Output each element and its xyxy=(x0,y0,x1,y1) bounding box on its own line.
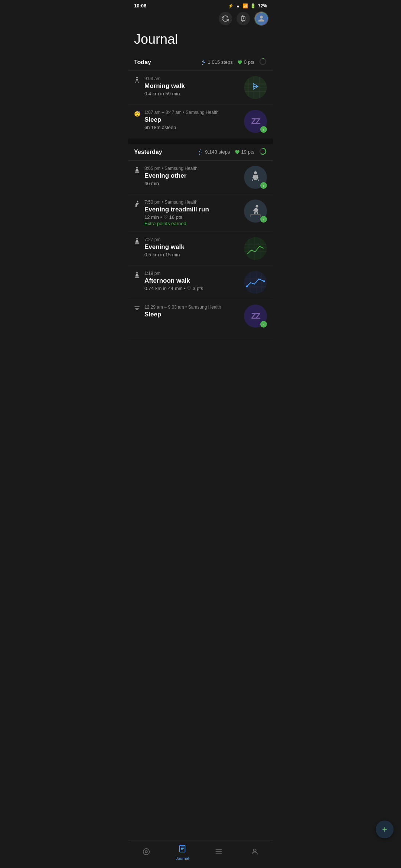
svg-point-46 xyxy=(136,272,138,273)
svg-point-25 xyxy=(254,171,257,174)
evening-walk-name: Evening walk xyxy=(144,243,239,251)
status-time: 10:06 xyxy=(134,3,146,9)
yesterday-steps: 9,143 steps xyxy=(198,149,230,155)
treadmill-samsung-badge: S xyxy=(260,216,267,223)
afternoon-walk-content: 1:19 pm Afternoon walk 0.74 km in 44 min… xyxy=(141,271,239,291)
morning-walk-detail: 0.4 km in 59 min xyxy=(144,91,239,96)
evening-walk-time: 7:27 pm xyxy=(144,237,239,242)
top-actions xyxy=(128,10,273,29)
svg-point-39 xyxy=(244,237,267,260)
yesterday-steps-value: 9,143 steps xyxy=(205,149,230,155)
sleep-today-source: • Samsung Health xyxy=(183,110,218,115)
morning-walk-content: 9:03 am Morning walk 0.4 km in 59 min xyxy=(141,76,239,96)
activity-morning-walk[interactable]: 9:03 am Morning walk 0.4 km in 59 min xyxy=(128,71,273,105)
afternoon-walk-detail: 0.74 km in 44 min • ♡ 3 pts xyxy=(144,286,239,291)
yesterday-circle-progress xyxy=(259,147,267,157)
evening-other-time: 8:05 pm • Samsung Health xyxy=(144,166,239,171)
svg-rect-9 xyxy=(244,83,267,85)
svg-line-29 xyxy=(135,205,136,207)
svg-rect-31 xyxy=(251,214,260,215)
walk-icon xyxy=(134,77,141,86)
activity-sleep-today[interactable]: 😴 1:07 am – 8:47 am • Samsung Health Sle… xyxy=(128,105,273,138)
svg-rect-33 xyxy=(260,214,261,217)
evening-other-thumb: S xyxy=(244,166,267,189)
activity-evening-treadmill[interactable]: 7:50 pm • Samsung Health Evening treadmi… xyxy=(128,194,273,232)
sleep-yesterday-icon xyxy=(134,305,141,313)
sleep-today-name: Sleep xyxy=(144,116,239,124)
avatar[interactable] xyxy=(254,11,268,26)
today-steps: 1,015 steps xyxy=(200,59,233,65)
svg-point-28 xyxy=(137,201,138,202)
sleep-yesterday-thumb: ZZ S xyxy=(244,305,267,328)
wifi-icon: ▲ xyxy=(236,3,240,9)
treadmill-thumb: S xyxy=(244,200,267,223)
sleep-yesterday-content: 12:29 am – 9:03 am • Samsung Health Slee… xyxy=(141,305,239,319)
evening-other-icon xyxy=(134,167,141,175)
sleep-yesterday-time: 12:29 am – 9:03 am • Samsung Health xyxy=(144,305,239,310)
sleep-icon: 😴 xyxy=(134,111,141,119)
treadmill-icon xyxy=(134,200,141,209)
evening-walk-detail: 0.5 km in 15 min xyxy=(144,252,239,257)
svg-text:S: S xyxy=(263,185,264,187)
today-pts: 0 pts xyxy=(237,59,254,65)
avatar-image xyxy=(255,13,267,24)
sync-button[interactable] xyxy=(219,12,232,25)
sleep-yesterday-badge: S xyxy=(260,321,267,328)
svg-rect-12 xyxy=(248,76,249,99)
svg-rect-53 xyxy=(250,271,251,294)
morning-walk-name: Morning walk xyxy=(144,82,239,90)
extra-points-label: Extra points earned xyxy=(144,221,239,226)
activity-evening-walk[interactable]: 7:27 pm Evening walk 0.5 km in 15 min xyxy=(128,232,273,266)
svg-rect-32 xyxy=(250,214,251,217)
svg-point-30 xyxy=(256,205,258,208)
status-right: ⚡ ▲ 📶 🔋 72% xyxy=(228,3,267,9)
evening-walk-content: 7:27 pm Evening walk 0.5 km in 15 min xyxy=(141,237,239,257)
svg-rect-43 xyxy=(248,237,250,260)
watch-button[interactable] xyxy=(237,12,250,25)
heart-icon-today xyxy=(237,60,242,65)
today-stats: 1,015 steps 0 pts xyxy=(200,57,267,67)
svg-line-23 xyxy=(136,171,136,173)
morning-walk-time: 9:03 am xyxy=(144,76,239,81)
today-circle-progress xyxy=(259,57,267,67)
samsung-badge: S xyxy=(260,126,267,133)
section-today-header: Today 1,015 steps 0 pts xyxy=(128,55,273,71)
svg-rect-44 xyxy=(254,237,255,260)
activity-sleep-yesterday[interactable]: 12:29 am – 9:03 am • Samsung Health Slee… xyxy=(128,299,273,339)
svg-point-56 xyxy=(246,286,248,287)
today-steps-value: 1,015 steps xyxy=(208,59,233,65)
status-bar: 10:06 ⚡ ▲ 📶 🔋 72% xyxy=(128,0,273,10)
afternoon-walk-name: Afternoon walk xyxy=(144,277,239,285)
afternoon-walk-icon xyxy=(134,272,141,280)
battery-text: 72% xyxy=(258,3,267,9)
sleep-yesterday-name: Sleep xyxy=(144,311,239,318)
sleep-today-thumb: ZZ S xyxy=(244,110,267,133)
treadmill-time: 7:50 pm • Samsung Health xyxy=(144,200,239,205)
treadmill-content: 7:50 pm • Samsung Health Evening treadmi… xyxy=(141,200,239,226)
yesterday-label: Yesterday xyxy=(134,149,162,155)
treadmill-name: Evening treadmill run xyxy=(144,206,239,213)
svg-point-57 xyxy=(263,280,265,282)
evening-walk-thumb xyxy=(244,237,267,260)
sleep-yesterday-zz: ZZ xyxy=(251,311,260,321)
activity-afternoon-walk[interactable]: 1:19 pm Afternoon walk 0.74 km in 44 min… xyxy=(128,266,273,299)
section-gap-1 xyxy=(128,138,273,144)
svg-line-38 xyxy=(138,243,138,244)
afternoon-walk-time: 1:19 pm xyxy=(144,271,239,276)
treadmill-silhouette xyxy=(249,204,262,218)
svg-point-7 xyxy=(136,77,138,78)
activity-evening-other[interactable]: 8:05 pm • Samsung Health Evening other 4… xyxy=(128,161,273,194)
svg-line-47 xyxy=(136,276,136,278)
battery-icon: 🔋 xyxy=(250,3,256,9)
page-title: Journal xyxy=(128,29,273,55)
svg-text:S: S xyxy=(263,129,264,131)
svg-line-37 xyxy=(136,243,136,244)
signal-icon: 📶 xyxy=(242,3,248,9)
walking-silhouette xyxy=(249,171,262,184)
treadmill-detail: 12 min • ♡ 16 pts xyxy=(144,214,239,220)
svg-point-36 xyxy=(136,238,138,240)
svg-rect-55 xyxy=(261,271,262,294)
sleep-today-detail: 6h 18m asleep xyxy=(144,125,239,130)
sleep-zz-icon: ZZ xyxy=(251,116,260,126)
svg-rect-45 xyxy=(260,237,261,260)
